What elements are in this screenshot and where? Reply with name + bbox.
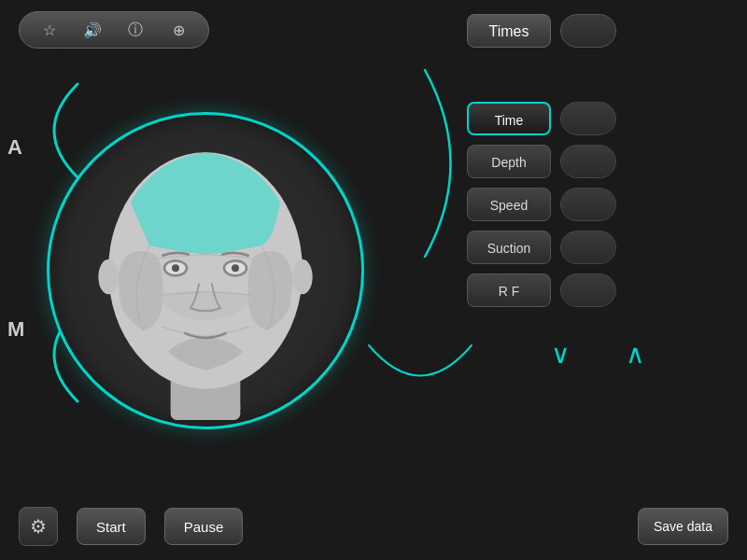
- param-row-time: Time: [467, 102, 728, 135]
- pause-button[interactable]: Pause: [164, 508, 244, 545]
- toolbar-sound-btn[interactable]: 🔊: [72, 17, 113, 43]
- suction-button[interactable]: Suction: [467, 231, 551, 264]
- speed-slider[interactable]: [560, 188, 616, 221]
- toolbar-add-btn[interactable]: ⊕: [158, 17, 199, 43]
- face-circle[interactable]: [47, 112, 364, 429]
- nav-arrows: ∨ ∧: [467, 326, 728, 382]
- times-row: Times: [467, 14, 728, 48]
- speed-button[interactable]: Speed: [467, 188, 551, 221]
- depth-slider[interactable]: [560, 145, 616, 178]
- param-row-speed: Speed: [467, 188, 728, 221]
- toolbar-info-btn[interactable]: ⓘ: [115, 17, 156, 43]
- svg-point-10: [292, 259, 312, 294]
- time-slider[interactable]: [560, 102, 616, 135]
- toolbar-favorite-btn[interactable]: ☆: [29, 17, 70, 43]
- right-panel: Times Time Depth Speed Suction R F ∨ ∧: [448, 0, 747, 560]
- svg-point-7: [172, 264, 179, 272]
- svg-point-9: [98, 259, 118, 294]
- settings-button[interactable]: ⚙: [19, 507, 58, 546]
- start-button[interactable]: Start: [77, 508, 146, 545]
- save-data-button[interactable]: Save data: [638, 508, 728, 545]
- toolbar: ☆ 🔊 ⓘ ⊕: [19, 11, 209, 49]
- face-area: [28, 56, 383, 485]
- bottom-bar: ⚙ Start Pause Save data: [0, 507, 747, 546]
- param-row-rf: R F: [467, 273, 728, 307]
- depth-button[interactable]: Depth: [467, 145, 551, 178]
- times-slider[interactable]: [560, 14, 616, 48]
- label-a: A: [7, 135, 22, 160]
- nav-down-button[interactable]: ∨: [537, 335, 584, 372]
- settings-icon: ⚙: [30, 515, 47, 538]
- nav-up-button[interactable]: ∧: [612, 335, 658, 372]
- rf-button[interactable]: R F: [467, 273, 551, 307]
- svg-point-8: [232, 264, 239, 272]
- time-button[interactable]: Time: [467, 102, 551, 135]
- face-model: [75, 121, 336, 420]
- times-button[interactable]: Times: [467, 14, 551, 48]
- suction-slider[interactable]: [560, 231, 616, 264]
- param-row-suction: Suction: [467, 231, 728, 264]
- rf-slider[interactable]: [560, 273, 616, 307]
- param-row-depth: Depth: [467, 145, 728, 178]
- label-m: M: [7, 317, 24, 342]
